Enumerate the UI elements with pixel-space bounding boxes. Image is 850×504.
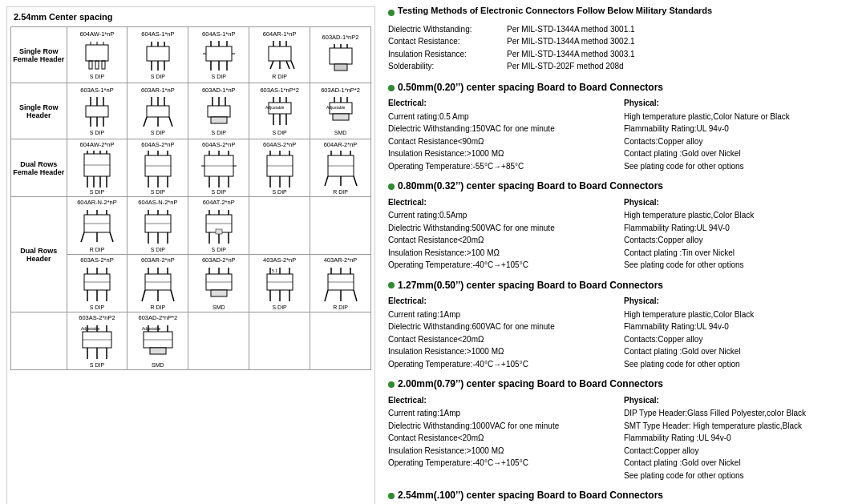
- dip-label: R DIP: [312, 189, 369, 195]
- left-panel: 2.54mm Center spacing Single RowFemale H…: [6, 6, 375, 504]
- physical-item-0-0: High temperature plastic,Color Nature or…: [624, 111, 844, 123]
- connector-label: 604AS-2*nP: [129, 141, 186, 148]
- testing-item: Contact Resistance: Per MIL-STD-1344A me…: [388, 36, 844, 48]
- dip-label: SMD: [190, 304, 247, 310]
- dip-label: S DIP: [190, 130, 247, 135]
- connector-label: 604AW-1*nP: [69, 30, 126, 38]
- physical-subtitle-0: Physical:: [624, 98, 844, 110]
- connector-cell: 603AR-2*nP R DIP: [128, 255, 188, 312]
- electrical-item-1-3: Insulation Resistance:>100 MΩ: [388, 248, 608, 260]
- dip-label: S DIP: [69, 304, 126, 310]
- svg-line-110: [325, 176, 328, 186]
- physical-col-1: Physical:High temperature plastic,Color …: [624, 197, 844, 272]
- dip-label: S DIP: [251, 130, 308, 135]
- physical-item-3-0: DIP Type Header:Glass Filled Polyester,c…: [624, 408, 844, 420]
- connector-label: 603AD-1*nP: [190, 87, 247, 94]
- section-title-text-2: 1.27mm(0.50’’) center spacing Board to B…: [398, 279, 663, 292]
- specs-container-1: Electrical:Current rating:0.5AmpDielectr…: [388, 197, 844, 272]
- testing-methods-title: Testing Methods of Electronic Connectors…: [398, 5, 712, 18]
- section-1: 0.80mm(0.32’’) center spacing Board to B…: [388, 179, 844, 272]
- electrical-item-3-2: Contact Resistance<20mΩ: [388, 433, 608, 445]
- connector-label: 604AS-2*nP: [190, 141, 247, 148]
- connector-cell: 603AD-2*nP*2 Adjustable SMD: [128, 312, 188, 370]
- connector-label: 604AR-N-2*nP: [69, 199, 126, 206]
- connector-cell: 603AR-1*nP S DIP: [128, 83, 188, 139]
- svg-rect-31: [330, 48, 352, 64]
- dip-label: S DIP: [69, 130, 126, 135]
- sections-container: 0.50mm(0.20’’) center spacing Board to B…: [388, 81, 844, 504]
- connector-label: 603AR-1*nP: [129, 87, 186, 94]
- dip-label: S DIP: [190, 189, 247, 195]
- connector-label: 604AS-1*nP: [129, 30, 186, 38]
- dip-label: SMD: [312, 130, 369, 135]
- physical-item-1-3: Contact plating :Tin over Nickel: [624, 248, 844, 260]
- section-title-1: 0.80mm(0.32’’) center spacing Board to B…: [388, 179, 844, 193]
- svg-rect-2: [95, 61, 99, 69]
- physical-subtitle-2: Physical:: [624, 296, 844, 308]
- testing-label: Insulation Resistance:: [388, 49, 500, 61]
- connector-cell: 403AS-2*nP 5.1 S DIP: [249, 255, 310, 312]
- connector-cell: 604AR-1*nP R DIP: [249, 27, 310, 83]
- physical-item-3-4: Contact plating :Gold over Nickel: [624, 458, 844, 470]
- row-header-dual-female: Dual RowsFemale Header: [11, 139, 67, 197]
- svg-rect-0: [86, 45, 108, 61]
- section-4: 2.54mm(.100’’) center spacing Board to B…: [388, 489, 844, 504]
- electrical-subtitle-1: Electrical:: [388, 197, 608, 209]
- electrical-item-0-1: Dielectric Withstanding:150VAC for one m…: [388, 123, 608, 135]
- dip-label: S DIP: [69, 74, 126, 79]
- dip-label: R DIP: [69, 247, 126, 252]
- electrical-subtitle-0: Electrical:: [388, 98, 608, 110]
- connector-label: 603AD-2*nP: [190, 256, 247, 264]
- svg-rect-137: [216, 229, 222, 234]
- electrical-col-3: Electrical:Current rating:1AmpDielectric…: [388, 395, 608, 483]
- svg-text:Adjustable: Adjustable: [142, 326, 161, 331]
- connector-label: 603AS-2*nP2: [69, 314, 126, 321]
- svg-rect-23: [269, 46, 291, 61]
- svg-line-118: [81, 232, 84, 242]
- physical-col-0: Physical:High temperature plastic,Color …: [624, 98, 844, 173]
- bullet-icon: [388, 381, 395, 388]
- testing-label: Solderability:: [388, 61, 500, 73]
- electrical-item-2-3: Insulation Resistance:>1000 MΩ: [388, 346, 608, 358]
- physical-item-2-3: Contact plating :Gold over Nickel: [624, 346, 844, 358]
- section-3: 2.00mm(0.79’’) center spacing Board to B…: [388, 377, 844, 482]
- right-panel: Testing Methods of Electronic Connectors…: [382, 0, 850, 504]
- section-title-text-1: 0.80mm(0.32’’) center spacing Board to B…: [398, 179, 663, 193]
- physical-item-2-2: Contacts:Copper alloy: [624, 334, 844, 346]
- connector-label: 603AD-1*nP2: [312, 34, 369, 41]
- electrical-item-2-2: Contact Resistance<20mΩ: [388, 334, 608, 346]
- section-title-text-3: 2.00mm(0.79’’) center spacing Board to B…: [398, 377, 663, 391]
- section-0: 0.50mm(0.20’’) center spacing Board to B…: [388, 81, 844, 173]
- physical-item-0-2: Contacts:Copper alloy: [624, 136, 844, 148]
- svg-rect-67: [333, 114, 349, 120]
- connector-cell: 604AT-2*nP S DIP: [188, 197, 249, 255]
- electrical-item-3-3: Insulation Resistance:>1000 MΩ: [388, 446, 608, 458]
- electrical-item-0-2: Contact Resistance<90mΩ: [388, 136, 608, 148]
- svg-line-174: [325, 290, 328, 301]
- svg-rect-1: [89, 61, 92, 69]
- svg-rect-3: [102, 61, 105, 69]
- svg-line-120: [110, 232, 113, 242]
- testing-label: Dielectric Withstanding:: [388, 24, 500, 36]
- connector-label: 604AS-N-2*nP: [129, 199, 186, 206]
- dip-label: S DIP: [251, 304, 308, 310]
- section-2: 1.27mm(0.50’’) center spacing Board to B…: [388, 279, 844, 371]
- connector-cell: 604AS-N-2*nP S DIP: [128, 197, 188, 255]
- physical-col-2: Physical:High temperature plastic,Color …: [624, 296, 844, 371]
- physical-item-0-1: Flammability Rating:UL 94v-0: [624, 123, 844, 135]
- physical-item-2-4: See plating code for other option: [624, 359, 844, 371]
- svg-line-112: [354, 176, 357, 186]
- connector-cell: [188, 312, 249, 370]
- physical-item-1-1: Flammability Rating:UL 94V-0: [624, 223, 844, 235]
- connector-cell: 604AS-2*nP S DIP: [249, 139, 310, 197]
- physical-subtitle-1: Physical:: [624, 197, 844, 209]
- connector-cell: 603AS-1*nP*2 Adjustable S DIP: [249, 83, 310, 139]
- electrical-item-0-4: Operating Temperature:-55°C→+85°C: [388, 161, 608, 173]
- dip-label: S DIP: [129, 189, 186, 195]
- physical-col-3: Physical:DIP Type Header:Glass Filled Po…: [624, 395, 844, 483]
- testing-value: Per MIL-STD-202F method 208d: [507, 61, 624, 73]
- connector-label: 604AR-1*nP: [251, 30, 308, 38]
- dip-label: S DIP: [129, 74, 186, 79]
- svg-rect-7: [147, 46, 169, 61]
- svg-rect-43: [147, 106, 169, 117]
